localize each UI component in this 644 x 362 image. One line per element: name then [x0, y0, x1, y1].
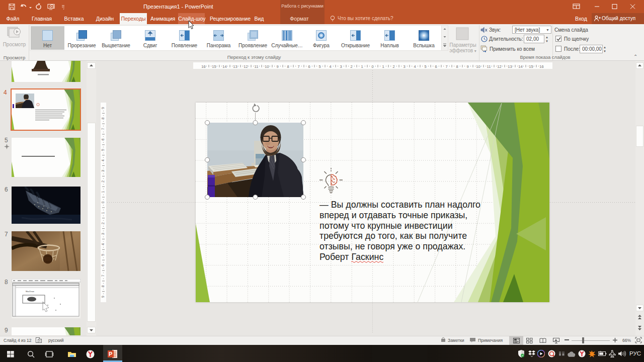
- svg-text:13: 13: [233, 64, 237, 69]
- svg-text:9: 9: [466, 64, 468, 69]
- svg-text:вперед и отдавать точные прика: вперед и отдавать точные приказы,: [319, 210, 467, 220]
- svg-text:12: 12: [244, 64, 248, 69]
- svg-text:5: 5: [101, 254, 105, 256]
- svg-text:14: 14: [518, 64, 522, 69]
- svg-text:2: 2: [101, 222, 105, 224]
- svg-text:1: 1: [101, 191, 105, 193]
- svg-text:РУС: РУС: [629, 350, 641, 356]
- svg-text:2: 2: [350, 64, 352, 69]
- svg-text:5: 5: [101, 149, 105, 151]
- svg-text:15: 15: [529, 64, 533, 69]
- svg-text:0: 0: [101, 201, 105, 203]
- svg-text:7: 7: [101, 128, 105, 130]
- svg-text:7: 7: [297, 64, 299, 69]
- svg-text:10: 10: [476, 64, 480, 69]
- svg-text:4: 4: [329, 64, 331, 69]
- svg-text:— Вы должны составить план над: — Вы должны составить план надолго: [319, 200, 480, 210]
- svg-text:4: 4: [414, 64, 416, 69]
- svg-text:6: 6: [101, 264, 105, 266]
- svg-text:Роберт Гаскинс: Роберт Гаскинс: [319, 252, 383, 262]
- svg-text:8: 8: [456, 64, 458, 69]
- svg-text:10: 10: [265, 64, 269, 69]
- svg-text:0: 0: [371, 64, 373, 69]
- svg-text:2: 2: [392, 64, 394, 69]
- svg-text:6: 6: [308, 64, 310, 69]
- svg-text:8: 8: [101, 285, 105, 287]
- svg-text:8: 8: [101, 118, 105, 120]
- svg-text:12: 12: [497, 64, 501, 69]
- svg-text:7: 7: [101, 275, 105, 277]
- svg-text:потому что крупные инвестиции: потому что крупные инвестиции: [319, 221, 453, 231]
- svg-text:P: P: [109, 351, 112, 357]
- svg-text:1: 1: [361, 64, 363, 69]
- svg-text:3: 3: [340, 64, 342, 69]
- svg-text:требуются до того, как вы полу: требуются до того, как вы получите: [319, 231, 467, 241]
- svg-text:6: 6: [101, 138, 105, 140]
- svg-text:8: 8: [287, 64, 289, 69]
- svg-text:14: 14: [222, 64, 226, 69]
- svg-text:9: 9: [101, 296, 105, 298]
- svg-text:15: 15: [212, 64, 216, 69]
- svg-text:5: 5: [318, 64, 320, 69]
- svg-text:13: 13: [508, 64, 512, 69]
- svg-text:отзывы, не говоря уже о продаж: отзывы, не говоря уже о продажах.: [319, 241, 465, 251]
- svg-text:16: 16: [539, 64, 543, 69]
- svg-text:3: 3: [403, 64, 405, 69]
- svg-text:3: 3: [101, 233, 105, 235]
- svg-text:3: 3: [101, 170, 105, 172]
- svg-text:11: 11: [487, 64, 491, 69]
- svg-text:11: 11: [255, 64, 259, 69]
- svg-text:MacDraw: MacDraw: [26, 290, 34, 293]
- svg-text:5: 5: [424, 64, 426, 69]
- svg-text:6: 6: [435, 64, 437, 69]
- svg-text:4: 4: [101, 243, 105, 245]
- svg-text:1: 1: [101, 212, 105, 214]
- svg-text:2: 2: [101, 180, 105, 183]
- svg-text:16: 16: [201, 64, 205, 69]
- svg-text:9: 9: [101, 107, 105, 109]
- svg-text:1: 1: [382, 64, 384, 69]
- svg-text:4: 4: [101, 159, 105, 161]
- svg-text:7: 7: [445, 64, 447, 69]
- svg-text:9: 9: [276, 64, 278, 69]
